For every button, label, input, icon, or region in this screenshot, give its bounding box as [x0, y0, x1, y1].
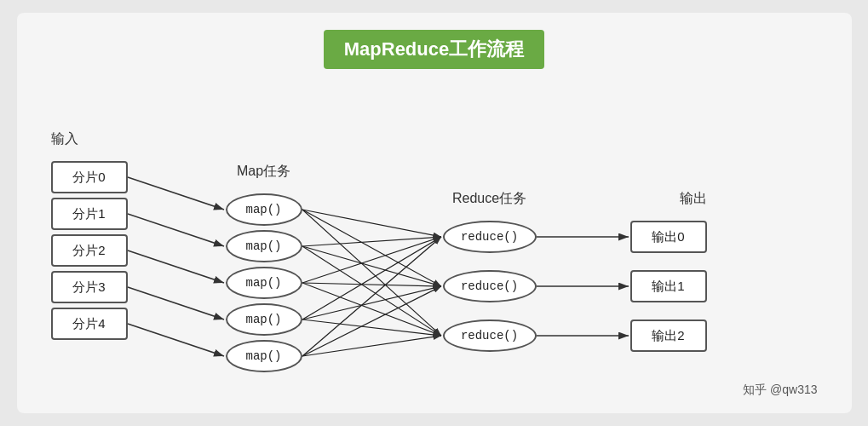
input-node-2: 分片2: [51, 234, 128, 267]
map-header: Map任务: [237, 163, 290, 181]
output-column: 输出 输出0 输出1 输出2: [605, 190, 707, 356]
output-header: 输出: [680, 190, 707, 208]
map-column: Map任务 map() map() map() map() map(): [204, 163, 324, 377]
map-node-4: map(): [226, 340, 302, 372]
input-node-1: 分片1: [51, 198, 128, 230]
watermark: 知乎 @qw313: [743, 383, 817, 398]
input-header: 输入: [51, 130, 78, 148]
output-node-0: 输出0: [630, 221, 707, 253]
reduce-column: Reduce任务 reduce() reduce() reduce(): [426, 190, 554, 356]
reduce-node-0: reduce(): [443, 221, 537, 253]
title: MapReduce工作流程: [324, 30, 544, 69]
output-node-2: 输出2: [630, 320, 707, 352]
input-nodes: 分片0 分片1 分片2 分片3 分片4: [51, 157, 128, 344]
diagram-container: MapReduce工作流程 输入 分片0 分片1 分片2 分片3 分片4: [17, 13, 852, 413]
output-nodes: 输出0 输出1 输出2: [630, 216, 707, 356]
reduce-nodes: reduce() reduce() reduce(): [443, 216, 537, 356]
map-node-1: map(): [226, 230, 302, 262]
map-node-3: map(): [226, 303, 302, 336]
reduce-node-1: reduce(): [443, 270, 537, 302]
input-node-4: 分片4: [51, 308, 128, 340]
reduce-node-2: reduce(): [443, 320, 537, 352]
flow-area: 输入 分片0 分片1 分片2 分片3 分片4 Map任务 map() map()…: [17, 69, 852, 413]
map-nodes: map() map() map() map() map(): [226, 189, 302, 377]
input-node-3: 分片3: [51, 271, 128, 303]
input-column: 输入 分片0 分片1 分片2 分片3 分片4: [51, 130, 153, 344]
map-node-2: map(): [226, 267, 302, 299]
reduce-header: Reduce任务: [452, 190, 526, 208]
input-node-0: 分片0: [51, 161, 128, 193]
map-node-0: map(): [226, 193, 302, 226]
output-node-1: 输出1: [630, 270, 707, 302]
